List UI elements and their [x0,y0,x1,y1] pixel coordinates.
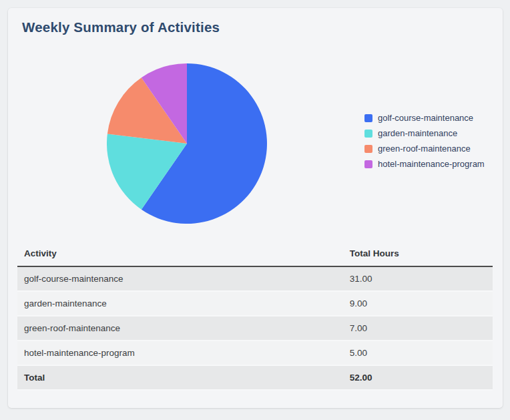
table-row: garden-maintenance9.00 [17,291,493,316]
legend-label: golf-course-maintenance [378,113,473,123]
legend-swatch-icon [364,145,372,153]
legend-item-green-roof-maintenance[interactable]: green-roof-maintenance [364,141,485,156]
legend-item-garden-maintenance[interactable]: garden-maintenance [364,126,485,141]
pie-chart [107,63,267,224]
legend-swatch-icon [364,114,372,122]
legend-label: green-roof-maintenance [378,144,471,154]
report-card: Weekly Summary of Activities golf-course… [8,8,503,408]
table-total-row: Total52.00 [17,365,493,390]
table-row: green-roof-maintenance7.00 [17,316,493,341]
activity-cell: hotel-maintenance-program [17,341,343,365]
activity-cell: Total [17,365,343,390]
total-hours-cell: 9.00 [343,291,493,316]
legend-item-golf-course-maintenance[interactable]: golf-course-maintenance [364,110,485,126]
page-title: Weekly Summary of Activities [22,19,220,35]
column-header-total-hours: Total Hours [343,244,493,266]
table-row: golf-course-maintenance31.00 [17,266,493,291]
legend-item-hotel-maintenance-program[interactable]: hotel-maintenance-program [364,156,485,172]
column-header-activity: Activity [17,244,343,266]
total-hours-cell: 31.00 [343,266,493,291]
total-hours-cell: 7.00 [343,316,493,341]
legend-label: garden-maintenance [378,128,457,138]
chart-legend: golf-course-maintenancegarden-maintenanc… [364,110,485,172]
legend-label: hotel-maintenance-program [378,159,485,169]
activity-cell: golf-course-maintenance [17,266,343,291]
summary-table-container: Activity Total Hours golf-course-mainten… [17,244,493,391]
total-hours-cell: 52.00 [343,365,493,390]
legend-swatch-icon [364,160,372,168]
total-hours-cell: 5.00 [343,341,493,365]
legend-swatch-icon [364,130,372,138]
table-header-row: Activity Total Hours [17,244,493,266]
table-row: hotel-maintenance-program5.00 [17,341,493,365]
summary-table: Activity Total Hours golf-course-mainten… [17,244,493,391]
activity-cell: green-roof-maintenance [17,316,343,341]
activity-cell: garden-maintenance [17,291,343,316]
